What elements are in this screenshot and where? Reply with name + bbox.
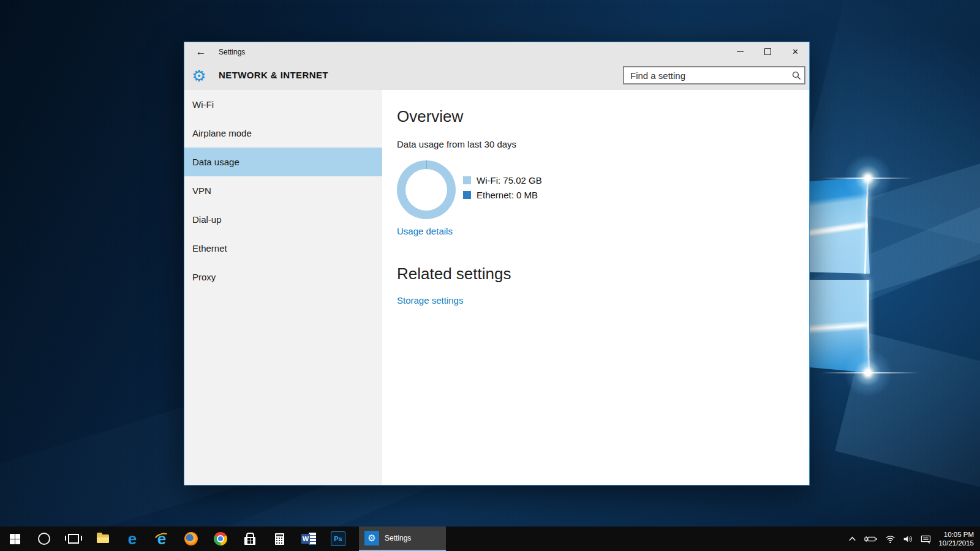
action-center-icon[interactable] bbox=[921, 534, 931, 544]
firefox-button[interactable] bbox=[176, 527, 206, 551]
system-tray: 10:05 PM 10/21/2015 bbox=[848, 527, 980, 551]
related-settings-heading: Related settings bbox=[397, 264, 809, 283]
settings-app-icon: ⚙ bbox=[364, 531, 379, 545]
main-content: Overview Data usage from last 30 days Wi… bbox=[382, 90, 809, 485]
minimize-button[interactable] bbox=[726, 42, 754, 61]
task-view-button[interactable] bbox=[59, 527, 88, 551]
page-title: NETWORK & INTERNET bbox=[219, 70, 328, 80]
wifi-icon[interactable] bbox=[885, 534, 895, 544]
close-icon: ✕ bbox=[792, 47, 799, 56]
battery-charging-icon[interactable] bbox=[864, 534, 878, 544]
chrome-icon bbox=[214, 532, 227, 545]
settings-gear-icon: ⚙ bbox=[190, 67, 208, 85]
sidebar-item-ethernet[interactable]: Ethernet bbox=[184, 234, 382, 263]
data-usage-chart: Wi-Fi: 75.02 GB Ethernet: 0 MB bbox=[397, 160, 809, 219]
store-icon bbox=[244, 533, 255, 545]
legend-label-ethernet: Ethernet: 0 MB bbox=[477, 190, 538, 200]
chrome-button[interactable] bbox=[206, 527, 235, 551]
legend-item-wifi: Wi-Fi: 75.02 GB bbox=[463, 175, 542, 186]
window-controls: ✕ bbox=[726, 42, 809, 61]
donut-chart bbox=[397, 160, 456, 219]
back-button[interactable]: ← bbox=[190, 42, 211, 62]
photoshop-button[interactable]: Ps bbox=[323, 527, 353, 551]
storage-settings-link[interactable]: Storage settings bbox=[397, 295, 463, 305]
calculator-button[interactable] bbox=[265, 527, 294, 551]
edge-icon: e bbox=[128, 531, 137, 547]
start-button[interactable] bbox=[0, 527, 29, 551]
minimize-icon bbox=[737, 51, 744, 52]
photoshop-icon: Ps bbox=[331, 531, 345, 546]
maximize-button[interactable] bbox=[754, 42, 782, 61]
hidden-icons-chevron[interactable] bbox=[848, 534, 857, 544]
maximize-icon bbox=[764, 48, 771, 55]
legend-label-wifi: Wi-Fi: 75.02 GB bbox=[477, 175, 542, 186]
task-view-icon bbox=[68, 534, 79, 544]
wifi-swatch bbox=[463, 176, 471, 184]
folder-icon bbox=[97, 534, 109, 543]
file-explorer-button[interactable] bbox=[88, 527, 118, 551]
sidebar: Wi-Fi Airplane mode Data usage VPN Dial-… bbox=[184, 90, 382, 485]
settings-window: ← Settings ✕ ⚙ NETWORK & INTERNET Wi-Fi … bbox=[184, 42, 810, 485]
taskbar-clock[interactable]: 10:05 PM 10/21/2015 bbox=[938, 530, 974, 547]
calculator-icon bbox=[275, 533, 284, 545]
internet-explorer-icon: e bbox=[154, 531, 170, 547]
sidebar-item-wifi[interactable]: Wi-Fi bbox=[184, 90, 382, 119]
ethernet-swatch bbox=[463, 191, 471, 199]
sidebar-item-vpn[interactable]: VPN bbox=[184, 176, 382, 205]
sidebar-item-dial-up[interactable]: Dial-up bbox=[184, 205, 382, 234]
cortana-icon bbox=[38, 533, 50, 545]
close-button[interactable]: ✕ bbox=[782, 42, 809, 61]
store-button[interactable] bbox=[235, 527, 265, 551]
search-icon bbox=[788, 71, 804, 80]
lens-flare bbox=[821, 372, 919, 373]
usage-details-link[interactable]: Usage details bbox=[397, 226, 453, 236]
volume-icon[interactable] bbox=[903, 534, 913, 544]
settings-task-label: Settings bbox=[385, 534, 411, 542]
clock-date: 10/21/2015 bbox=[938, 539, 974, 547]
back-arrow-icon: ← bbox=[196, 46, 206, 58]
edge-button[interactable]: e bbox=[118, 527, 147, 551]
internet-explorer-button[interactable]: e bbox=[147, 527, 176, 551]
taskbar: e e W Ps ⚙ Settings bbox=[0, 527, 980, 551]
sidebar-item-proxy[interactable]: Proxy bbox=[184, 263, 382, 291]
firefox-icon bbox=[184, 532, 198, 545]
sidebar-item-data-usage[interactable]: Data usage bbox=[184, 148, 382, 176]
window-title: Settings bbox=[219, 42, 245, 62]
usage-caption: Data usage from last 30 days bbox=[397, 139, 809, 149]
sidebar-item-airplane-mode[interactable]: Airplane mode bbox=[184, 119, 382, 148]
window-body: Wi-Fi Airplane mode Data usage VPN Dial-… bbox=[184, 90, 809, 485]
overview-heading: Overview bbox=[397, 107, 809, 126]
window-header: ← Settings ✕ ⚙ NETWORK & INTERNET bbox=[184, 42, 809, 90]
lens-flare bbox=[821, 178, 913, 179]
chart-legend: Wi-Fi: 75.02 GB Ethernet: 0 MB bbox=[463, 175, 542, 200]
clock-time: 10:05 PM bbox=[938, 530, 974, 539]
word-icon: W bbox=[301, 532, 316, 545]
windows-logo-icon bbox=[10, 534, 20, 544]
search-box[interactable] bbox=[623, 66, 805, 84]
search-input[interactable] bbox=[624, 70, 788, 81]
word-button[interactable]: W bbox=[294, 527, 323, 551]
settings-task-button[interactable]: ⚙ Settings bbox=[359, 527, 446, 551]
desktop: ← Settings ✕ ⚙ NETWORK & INTERNET Wi-Fi … bbox=[0, 0, 980, 551]
cortana-search-button[interactable] bbox=[29, 527, 59, 551]
legend-item-ethernet: Ethernet: 0 MB bbox=[463, 190, 542, 200]
